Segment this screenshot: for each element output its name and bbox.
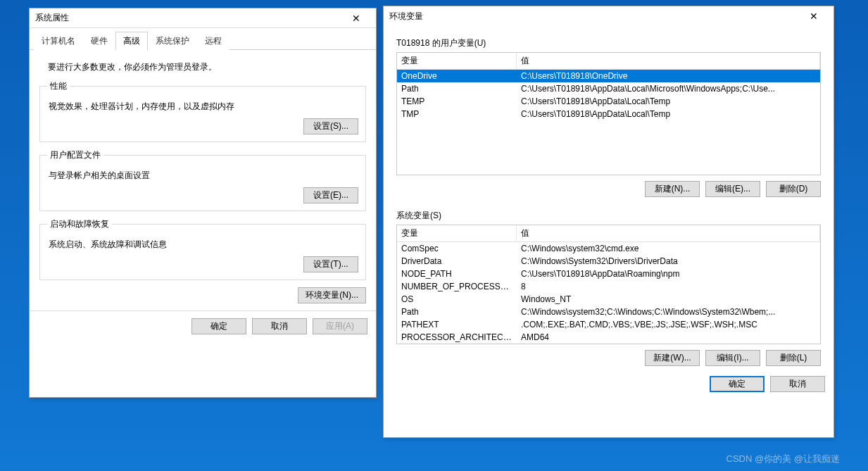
user-vars-label: T018918 的用户变量(U) (396, 37, 821, 49)
apply-button[interactable]: 应用(A) (313, 318, 367, 334)
table-row[interactable]: TEMPC:\Users\T018918\AppData\Local\Temp (397, 95, 820, 108)
table-row[interactable]: PathC:\Windows\system32;C:\Windows;C:\Wi… (397, 306, 820, 318)
column-header-variable[interactable]: 变量 (397, 225, 517, 241)
table-row[interactable]: PROCESSOR_ARCHITECTUREAMD64 (397, 331, 820, 344)
var-value-cell: C:\Users\T018918\AppData\Local\Temp (517, 108, 820, 120)
var-name-cell: PATHEXT (397, 318, 517, 331)
close-icon[interactable]: ✕ (800, 7, 828, 25)
user-edit-button[interactable]: 编辑(E)... (705, 181, 760, 197)
column-header-value[interactable]: 值 (517, 225, 820, 241)
environment-variables-button[interactable]: 环境变量(N)... (298, 287, 366, 303)
user-vars-listview[interactable]: 变量 值 OneDriveC:\Users\T018918\OneDrivePa… (396, 52, 821, 175)
table-row[interactable]: OSWindows_NT (397, 293, 820, 306)
var-value-cell: .COM;.EXE;.BAT;.CMD;.VBS;.VBE;.JS;.JSE;.… (517, 318, 820, 331)
system-properties-dialog: 系统属性 ✕ 计算机名 硬件 高级 系统保护 远程 要进行大多数更改，你必须作为… (29, 8, 377, 398)
csdn-watermark: CSDN @你的美 @让我痴迷 (727, 453, 840, 465)
performance-settings-button[interactable]: 设置(S)... (303, 118, 358, 134)
envdlg-titlebar[interactable]: 环境变量 ✕ (384, 6, 834, 26)
tab-system-protection[interactable]: 系统保护 (148, 32, 197, 50)
table-row[interactable]: NODE_PATHC:\Users\T018918\AppData\Roamin… (397, 268, 820, 280)
tab-remote[interactable]: 远程 (197, 32, 229, 50)
startup-recovery-desc: 系统启动、系统故障和调试信息 (49, 239, 358, 251)
tab-advanced[interactable]: 高级 (115, 32, 148, 50)
startup-recovery-settings-button[interactable]: 设置(T)... (303, 256, 358, 272)
tab-hardware[interactable]: 硬件 (83, 32, 115, 50)
ok-button[interactable]: 确定 (191, 318, 246, 334)
sysprops-titlebar[interactable]: 系统属性 ✕ (30, 8, 376, 28)
var-name-cell: DriverData (397, 255, 517, 268)
var-name-cell: Path (397, 306, 517, 318)
var-name-cell: ComSpec (397, 242, 517, 255)
cancel-button[interactable]: 取消 (252, 318, 307, 334)
cancel-button[interactable]: 取消 (770, 376, 825, 392)
column-header-value[interactable]: 值 (517, 53, 820, 69)
user-delete-button[interactable]: 删除(D) (766, 181, 821, 197)
system-edit-button[interactable]: 编辑(I)... (705, 350, 760, 366)
performance-group: 性能 视觉效果，处理器计划，内存使用，以及虚拟内存 设置(S)... (39, 80, 366, 142)
table-row[interactable]: PathC:\Users\T018918\AppData\Local\Micro… (397, 82, 820, 95)
table-row[interactable]: DriverDataC:\Windows\System32\Drivers\Dr… (397, 255, 820, 268)
user-profile-legend: 用户配置文件 (47, 149, 103, 161)
var-name-cell: NUMBER_OF_PROCESSORS (397, 280, 517, 293)
environment-variables-dialog: 环境变量 ✕ T018918 的用户变量(U) 变量 值 OneDriveC:\… (383, 6, 834, 438)
var-value-cell: C:\Windows\System32\Drivers\DriverData (517, 255, 820, 268)
var-value-cell: C:\Users\T018918\AppData\Roaming\npm (517, 268, 820, 280)
sysprops-title: 系统属性 (35, 12, 69, 24)
var-value-cell: C:\Windows\system32\cmd.exe (517, 242, 820, 255)
var-name-cell: TEMP (397, 95, 517, 108)
sysprops-tabs: 计算机名 硬件 高级 系统保护 远程 (30, 28, 376, 50)
var-name-cell: NODE_PATH (397, 268, 517, 280)
var-value-cell: C:\Windows\system32;C:\Windows;C:\Window… (517, 306, 820, 318)
var-value-cell: AMD64 (517, 331, 820, 344)
table-row[interactable]: PATHEXT.COM;.EXE;.BAT;.CMD;.VBS;.VBE;.JS… (397, 318, 820, 331)
startup-recovery-group: 启动和故障恢复 系统启动、系统故障和调试信息 设置(T)... (39, 218, 366, 280)
user-profile-group: 用户配置文件 与登录帐户相关的桌面设置 设置(E)... (39, 149, 366, 211)
column-header-variable[interactable]: 变量 (397, 53, 517, 69)
table-row[interactable]: ComSpecC:\Windows\system32\cmd.exe (397, 242, 820, 255)
envdlg-title: 环境变量 (389, 11, 423, 23)
tab-computer-name[interactable]: 计算机名 (34, 32, 83, 50)
var-name-cell: OneDrive (397, 70, 517, 82)
var-name-cell: PROCESSOR_ARCHITECTURE (397, 331, 517, 344)
user-profile-desc: 与登录帐户相关的桌面设置 (49, 170, 358, 182)
ok-button[interactable]: 确定 (710, 376, 765, 392)
var-value-cell: 8 (517, 280, 820, 293)
close-icon[interactable]: ✕ (342, 9, 370, 27)
var-value-cell: C:\Users\T018918\AppData\Local\Temp (517, 95, 820, 108)
user-profile-settings-button[interactable]: 设置(E)... (303, 187, 358, 203)
var-name-cell: TMP (397, 108, 517, 120)
startup-recovery-legend: 启动和故障恢复 (47, 218, 112, 230)
table-row[interactable]: NUMBER_OF_PROCESSORS8 (397, 280, 820, 293)
table-row[interactable]: TMPC:\Users\T018918\AppData\Local\Temp (397, 108, 820, 120)
system-vars-label: 系统变量(S) (396, 210, 821, 222)
admin-required-text: 要进行大多数更改，你必须作为管理员登录。 (48, 61, 366, 73)
performance-desc: 视觉效果，处理器计划，内存使用，以及虚拟内存 (49, 101, 358, 113)
var-name-cell: OS (397, 293, 517, 306)
table-row[interactable]: OneDriveC:\Users\T018918\OneDrive (397, 70, 820, 82)
var-value-cell: C:\Users\T018918\AppData\Local\Microsoft… (517, 82, 820, 95)
system-new-button[interactable]: 新建(W)... (645, 350, 700, 366)
performance-legend: 性能 (47, 80, 70, 92)
var-value-cell: C:\Users\T018918\OneDrive (517, 70, 820, 82)
user-new-button[interactable]: 新建(N)... (645, 181, 700, 197)
system-vars-listview[interactable]: 变量 值 ComSpecC:\Windows\system32\cmd.exeD… (396, 225, 821, 344)
system-delete-button[interactable]: 删除(L) (766, 350, 821, 366)
var-value-cell: Windows_NT (517, 293, 820, 306)
var-name-cell: Path (397, 82, 517, 95)
